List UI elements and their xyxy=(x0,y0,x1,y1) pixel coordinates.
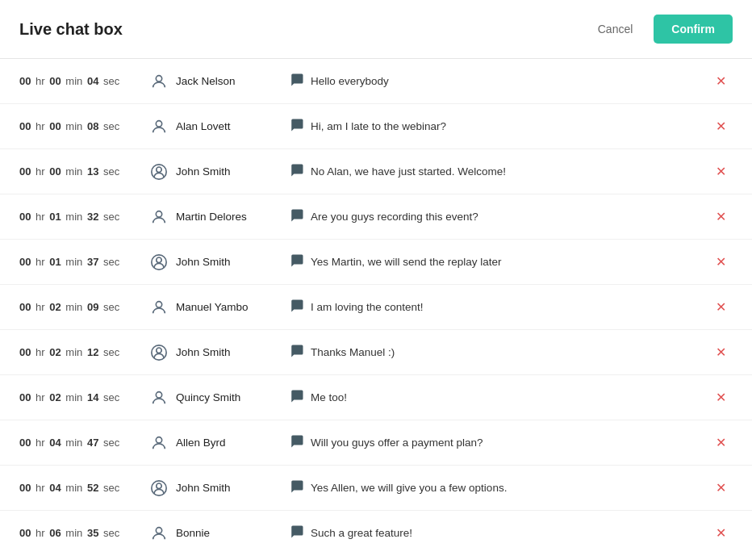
cancel-button[interactable]: Cancel xyxy=(587,16,645,42)
delete-button[interactable]: ✕ xyxy=(709,432,733,453)
user-name: John Smith xyxy=(176,482,231,494)
chat-bubble-icon xyxy=(290,208,304,225)
user-info: Quincy Smith xyxy=(148,387,290,408)
user-info: John Smith xyxy=(148,252,290,273)
time-display: 00 hr 02 min 09 sec xyxy=(19,301,148,313)
host-icon xyxy=(148,478,169,499)
svg-point-13 xyxy=(157,483,161,488)
time-display: 00 hr 00 min 13 sec xyxy=(19,165,148,178)
message-text: Yes Martin, we will send the replay late… xyxy=(311,256,502,268)
time-display: 00 hr 04 min 47 sec xyxy=(19,437,148,449)
message-block: Yes Allen, we will give you a few option… xyxy=(290,479,709,496)
host-icon xyxy=(148,342,169,363)
message-block: Hello everybody xyxy=(290,73,709,90)
table-row: 00 hr 06 min 35 sec Bonnie xyxy=(0,511,752,555)
user-info: Alan Lovett xyxy=(148,116,290,137)
svg-point-4 xyxy=(156,211,161,216)
delete-button[interactable]: ✕ xyxy=(709,477,733,499)
user-name: John Smith xyxy=(176,165,231,178)
svg-point-6 xyxy=(157,257,161,262)
person-icon xyxy=(148,387,169,408)
message-text: Hello everybody xyxy=(311,75,389,87)
user-info: John Smith xyxy=(148,342,290,363)
table-row: 00 hr 01 min 37 sec John Smith xyxy=(0,240,752,285)
user-info: Bonnie xyxy=(148,523,290,544)
user-info: Jack Nelson xyxy=(148,71,290,92)
delete-button[interactable]: ✕ xyxy=(709,522,733,544)
page-title: Live chat box xyxy=(19,20,123,39)
time-display: 00 hr 02 min 12 sec xyxy=(19,346,148,358)
message-block: I am loving the content! xyxy=(290,299,709,316)
delete-button[interactable]: ✕ xyxy=(709,115,733,137)
confirm-button[interactable]: Confirm xyxy=(654,15,733,44)
chat-list: 00 hr 00 min 04 sec Jack Nelson xyxy=(0,59,752,555)
table-row: 00 hr 02 min 12 sec John Smith xyxy=(0,330,752,375)
delete-button[interactable]: ✕ xyxy=(709,251,733,273)
user-info: Martin Delores xyxy=(148,207,290,228)
delete-button[interactable]: ✕ xyxy=(709,387,733,408)
message-block: Me too! xyxy=(290,389,709,406)
delete-button[interactable]: ✕ xyxy=(709,341,733,363)
user-name: Alan Lovett xyxy=(176,120,231,132)
time-display: 00 hr 04 min 52 sec xyxy=(19,482,148,494)
table-row: 00 hr 00 min 04 sec Jack Nelson xyxy=(0,59,752,104)
message-block: Thanks Manuel :) xyxy=(290,344,709,361)
message-block: No Alan, we have just started. Welcome! xyxy=(290,163,709,180)
person-icon xyxy=(148,523,169,544)
message-block: Hi, am I late to the webinar? xyxy=(290,118,709,135)
page-header: Live chat box Cancel Confirm xyxy=(0,0,752,59)
message-text: Hi, am I late to the webinar? xyxy=(311,120,446,132)
host-icon xyxy=(148,161,169,182)
svg-point-9 xyxy=(157,348,161,353)
svg-point-0 xyxy=(156,75,161,81)
chat-bubble-icon xyxy=(290,344,304,361)
chat-bubble-icon xyxy=(290,524,304,541)
svg-point-14 xyxy=(156,527,161,533)
table-row: 00 hr 04 min 52 sec John Smith xyxy=(0,466,752,511)
person-icon xyxy=(148,71,169,92)
user-name: Manuel Yambo xyxy=(176,301,249,313)
chat-bubble-icon xyxy=(290,118,304,135)
message-text: Such a great feature! xyxy=(311,527,412,539)
delete-button[interactable]: ✕ xyxy=(709,206,733,228)
header-actions: Cancel Confirm xyxy=(587,15,733,44)
table-row: 00 hr 02 min 09 sec Manuel Yambo xyxy=(0,285,752,330)
user-name: Allen Byrd xyxy=(176,437,226,449)
user-info: John Smith xyxy=(148,478,290,499)
chat-bubble-icon xyxy=(290,73,304,90)
delete-button[interactable]: ✕ xyxy=(709,161,733,182)
user-name: Bonnie xyxy=(176,527,210,539)
person-icon xyxy=(148,297,169,318)
host-icon xyxy=(148,252,169,273)
time-display: 00 hr 06 min 35 sec xyxy=(19,527,148,539)
person-icon xyxy=(148,116,169,137)
user-name: Martin Delores xyxy=(176,211,247,223)
message-text: Yes Allen, we will give you a few option… xyxy=(311,482,507,494)
user-info: Manuel Yambo xyxy=(148,297,290,318)
message-block: Will you guys offer a payment plan? xyxy=(290,434,709,451)
user-name: John Smith xyxy=(176,256,231,268)
chat-bubble-icon xyxy=(290,434,304,451)
message-text: I am loving the content! xyxy=(311,301,424,313)
chat-bubble-icon xyxy=(290,389,304,406)
person-icon xyxy=(148,433,169,453)
message-block: Are you guys recording this event? xyxy=(290,208,709,225)
delete-button[interactable]: ✕ xyxy=(709,70,733,92)
user-info: Allen Byrd xyxy=(148,433,290,453)
svg-point-11 xyxy=(156,437,161,442)
delete-button[interactable]: ✕ xyxy=(709,296,733,318)
table-row: 00 hr 00 min 13 sec John Smith xyxy=(0,149,752,194)
message-block: Such a great feature! xyxy=(290,524,709,541)
person-icon xyxy=(148,207,169,228)
user-name: John Smith xyxy=(176,346,231,358)
time-display: 00 hr 00 min 08 sec xyxy=(19,120,148,132)
time-display: 00 hr 00 min 04 sec xyxy=(19,75,148,87)
table-row: 00 hr 00 min 08 sec Alan Lovett xyxy=(0,104,752,149)
time-display: 00 hr 01 min 37 sec xyxy=(19,256,148,268)
message-text: Thanks Manuel :) xyxy=(311,346,395,358)
message-block: Yes Martin, we will send the replay late… xyxy=(290,253,709,270)
user-name: Quincy Smith xyxy=(176,391,240,403)
chat-bubble-icon xyxy=(290,163,304,180)
time-display: 00 hr 01 min 32 sec xyxy=(19,211,148,223)
svg-point-3 xyxy=(157,167,161,172)
